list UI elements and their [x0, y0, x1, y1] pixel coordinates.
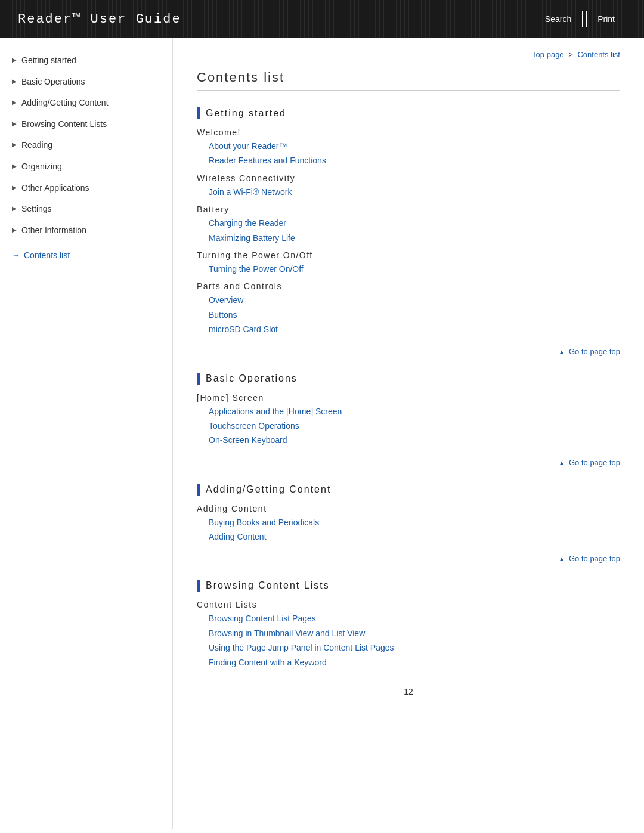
sidebar-item-adding-getting-content[interactable]: ▶ Adding/Getting Content [0, 92, 172, 114]
triangle-up-icon: ▲ [558, 555, 565, 562]
link-page-jump-panel[interactable]: Using the Page Jump Panel in Content Lis… [209, 641, 620, 654]
link-adding-content[interactable]: Adding Content [209, 530, 620, 543]
section-bar-icon [197, 107, 200, 119]
header-actions: Search Print [534, 11, 626, 27]
main-layout: ▶ Getting started ▶ Basic Operations ▶ A… [0, 38, 644, 829]
go-to-page-top-1[interactable]: ▲ Go to page top [197, 347, 620, 356]
subsection-label: Battery [197, 205, 620, 214]
link-turning-power[interactable]: Turning the Power On/Off [209, 262, 620, 275]
sidebar-item-organizing[interactable]: ▶ Organizing [0, 156, 172, 178]
chevron-right-icon: ▶ [12, 141, 17, 149]
section-basic-operations: Basic Operations [Home] Screen Applicati… [197, 373, 620, 467]
section-adding-getting-content: Adding/Getting Content Adding Content Bu… [197, 484, 620, 563]
subsection-turning-power: Turning the Power On/Off Turning the Pow… [197, 250, 620, 275]
chevron-right-icon: ▶ [12, 226, 17, 234]
page-number: 12 [197, 687, 620, 708]
chevron-right-icon: ▶ [12, 162, 17, 171]
link-charging-reader[interactable]: Charging the Reader [209, 216, 620, 230]
page-header: Reader™ User Guide Search Print [0, 0, 644, 38]
link-microsd-card[interactable]: microSD Card Slot [209, 323, 620, 336]
section-bar-icon [197, 373, 200, 385]
sidebar-item-basic-operations[interactable]: ▶ Basic Operations [0, 72, 172, 93]
chevron-right-icon: ▶ [12, 56, 17, 64]
chevron-right-icon: ▶ [12, 120, 17, 128]
breadcrumb: Top page > Contents list [197, 50, 620, 59]
triangle-up-icon: ▲ [558, 459, 565, 466]
link-about-reader[interactable]: About your Reader™ [209, 140, 620, 153]
sidebar-item-browsing-content-lists[interactable]: ▶ Browsing Content Lists [0, 114, 172, 135]
link-overview[interactable]: Overview [209, 293, 620, 306]
subsection-parts-controls: Parts and Controls Overview Buttons micr… [197, 281, 620, 336]
search-button[interactable]: Search [534, 11, 583, 27]
contents-list-title: Contents list [197, 70, 620, 91]
app-title: Reader™ User Guide [18, 12, 181, 27]
sidebar-item-other-applications[interactable]: ▶ Other Applications [0, 178, 172, 199]
subsection-wireless: Wireless Connectivity Join a Wi-Fi® Netw… [197, 174, 620, 199]
link-applications-home[interactable]: Applications and the [Home] Screen [209, 405, 620, 418]
section-heading-browsing-content-lists: Browsing Content Lists [197, 580, 620, 592]
section-heading-adding-getting-content: Adding/Getting Content [197, 484, 620, 496]
link-reader-features[interactable]: Reader Features and Functions [209, 154, 620, 167]
subsection-label: [Home] Screen [197, 393, 620, 402]
breadcrumb-current-link[interactable]: Contents list [577, 50, 620, 59]
chevron-right-icon: ▶ [12, 78, 17, 86]
subsection-welcome: Welcome! About your Reader™ Reader Featu… [197, 128, 620, 168]
sidebar-contents-link[interactable]: → Contents list [0, 243, 172, 267]
subsection-label: Wireless Connectivity [197, 174, 620, 183]
triangle-up-icon: ▲ [558, 348, 565, 355]
link-touchscreen-operations[interactable]: Touchscreen Operations [209, 419, 620, 432]
go-to-page-top-2[interactable]: ▲ Go to page top [197, 458, 620, 467]
link-wifi-network[interactable]: Join a Wi-Fi® Network [209, 185, 620, 199]
sidebar: ▶ Getting started ▶ Basic Operations ▶ A… [0, 38, 173, 829]
main-content: Top page > Contents list Contents list G… [173, 38, 644, 829]
link-browsing-content-list-pages[interactable]: Browsing Content List Pages [209, 612, 620, 625]
sidebar-item-other-information[interactable]: ▶ Other Information [0, 220, 172, 241]
section-heading-getting-started: Getting started [197, 107, 620, 119]
subsection-label: Welcome! [197, 128, 620, 137]
section-bar-icon [197, 580, 200, 592]
link-buttons[interactable]: Buttons [209, 308, 620, 321]
subsection-label: Turning the Power On/Off [197, 250, 620, 260]
sidebar-item-reading[interactable]: ▶ Reading [0, 135, 172, 156]
link-browsing-thumbnail-list[interactable]: Browsing in Thumbnail View and List View [209, 627, 620, 640]
subsection-content-lists: Content Lists Browsing Content List Page… [197, 600, 620, 669]
link-onscreen-keyboard[interactable]: On-Screen Keyboard [209, 433, 620, 447]
breadcrumb-separator: > [568, 50, 573, 59]
arrow-right-icon: → [12, 250, 20, 260]
breadcrumb-top-link[interactable]: Top page [532, 50, 564, 59]
section-getting-started: Getting started Welcome! About your Read… [197, 107, 620, 356]
subsection-label: Parts and Controls [197, 281, 620, 291]
section-browsing-content-lists: Browsing Content Lists Content Lists Bro… [197, 580, 620, 669]
chevron-right-icon: ▶ [12, 184, 17, 192]
subsection-home-screen: [Home] Screen Applications and the [Home… [197, 393, 620, 447]
section-bar-icon [197, 484, 200, 496]
link-finding-content-keyword[interactable]: Finding Content with a Keyword [209, 656, 620, 669]
subsection-label: Adding Content [197, 504, 620, 513]
link-buying-books[interactable]: Buying Books and Periodicals [209, 516, 620, 529]
go-to-page-top-3[interactable]: ▲ Go to page top [197, 554, 620, 563]
subsection-battery: Battery Charging the Reader Maximizing B… [197, 205, 620, 244]
sidebar-item-settings[interactable]: ▶ Settings [0, 199, 172, 220]
section-heading-basic-operations: Basic Operations [197, 373, 620, 385]
print-button[interactable]: Print [586, 11, 626, 27]
subsection-adding-content: Adding Content Buying Books and Periodic… [197, 504, 620, 544]
chevron-right-icon: ▶ [12, 205, 17, 213]
chevron-right-icon: ▶ [12, 98, 17, 107]
subsection-label: Content Lists [197, 600, 620, 609]
sidebar-item-getting-started[interactable]: ▶ Getting started [0, 50, 172, 72]
link-maximizing-battery[interactable]: Maximizing Battery Life [209, 231, 620, 244]
